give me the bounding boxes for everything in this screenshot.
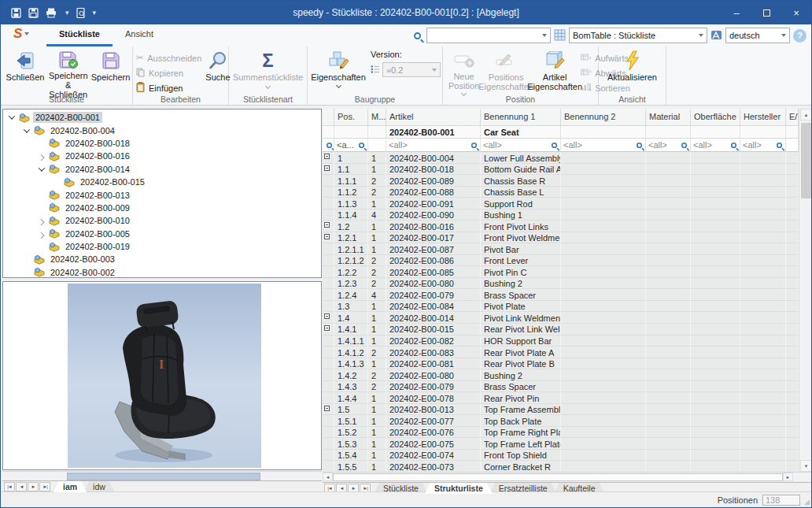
tree-item[interactable]: 202402-B00-014 [3, 163, 321, 176]
tree-expander[interactable] [36, 151, 46, 161]
column-header[interactable]: E/V [786, 109, 799, 126]
row-selector-cell[interactable] [323, 369, 334, 381]
tree-item[interactable]: 202402-B00-018 [3, 137, 321, 150]
table-row[interactable]: 1.4.1 1 202402-B00-015 Rear Pivot Link W… [323, 324, 799, 336]
row-selector-cell[interactable] [323, 450, 334, 462]
scroll-down-icon[interactable]: ▼ [800, 460, 812, 472]
filter-cell[interactable]: <all> [481, 139, 561, 152]
filter-cell[interactable]: <all> [740, 139, 786, 152]
row-selector-cell[interactable] [323, 347, 334, 358]
row-collapse-box[interactable] [324, 325, 330, 331]
tree-item[interactable]: 202402-B00-015 [3, 176, 321, 188]
filter-search-icon[interactable] [327, 142, 332, 147]
table-row[interactable]: 1.4.4 1 202402-E00-078 Rear Pivot Pin [323, 392, 799, 404]
scroll-left-icon[interactable]: ◄ [323, 473, 333, 481]
row-selector-cell[interactable] [323, 415, 334, 427]
search-button[interactable]: Suche [203, 48, 232, 95]
table-row[interactable]: 1.4.1.3 1 202402-E00-081 Rear Pivot Plat… [323, 358, 799, 370]
row-selector-cell[interactable] [323, 221, 334, 232]
tree-item[interactable]: 202402-B00-004 [3, 124, 321, 136]
table-row[interactable]: 1.5.3 1 202402-E00-075 Top Frame Left Pl… [323, 438, 799, 450]
tree-expander[interactable] [21, 268, 31, 277]
table-hscrollbar[interactable]: ◄ ► [323, 472, 812, 481]
copy-button[interactable]: Kopieren [136, 66, 201, 80]
table-vscrollbar[interactable]: ▲ ▼ [799, 109, 812, 472]
column-header[interactable]: Artikel [386, 109, 481, 126]
row-selector-cell[interactable] [323, 358, 334, 370]
row-collapse-box[interactable] [324, 313, 330, 319]
column-header[interactable]: Hersteller [740, 109, 786, 126]
filter-cell[interactable] [323, 139, 334, 152]
table-row[interactable]: 1.4.1.2 2 202402-E00-083 Rear Pivot Plat… [323, 347, 799, 358]
assembly-properties-button[interactable]: Eigenschaften [311, 48, 366, 95]
prev-tab-icon[interactable]: ◄ [16, 482, 27, 491]
filter-cell[interactable]: <all> [386, 139, 481, 152]
column-header[interactable]: Material [646, 109, 691, 126]
save-and-close-button[interactable]: Speichern & Schließen [46, 48, 90, 95]
tree-item[interactable]: 202402-B00-016 [3, 150, 321, 162]
table-row[interactable]: 1.4.2 2 202402-E00-080 Bushing 2 [323, 369, 799, 381]
filter-cell[interactable]: <all> [691, 139, 740, 152]
first-tab-icon[interactable]: |◄ [4, 482, 15, 491]
filter-search-icon[interactable] [681, 142, 687, 147]
tree-item[interactable]: 202402-B00-009 [3, 202, 321, 214]
row-selector-cell[interactable] [323, 278, 334, 290]
tree-item[interactable]: 202402-B00-019 [3, 240, 321, 253]
column-header[interactable]: Pos. [334, 109, 368, 126]
row-collapse-box[interactable] [324, 165, 330, 171]
print-preview-icon[interactable] [76, 8, 86, 18]
print-icon[interactable] [46, 8, 58, 18]
tree-expander[interactable] [36, 242, 46, 251]
resize-grip-icon[interactable]: ◢ [804, 498, 810, 506]
row-selector-cell[interactable] [323, 392, 334, 404]
column-header[interactable]: Benennung 2 [561, 109, 646, 126]
row-selector-cell[interactable] [323, 232, 334, 244]
table-hscroll-thumb[interactable] [333, 473, 783, 481]
sum-bom-button[interactable]: Σ Summenstückliste [232, 48, 304, 95]
row-selector-cell[interactable] [323, 175, 334, 187]
preview-hscrollbar[interactable] [2, 471, 322, 480]
language-select[interactable]: deutsch [725, 28, 790, 43]
table-row[interactable]: 1.2.1.2 2 202402-E00-086 Front Lever [323, 255, 799, 267]
filter-search-icon[interactable] [552, 142, 557, 147]
table-row[interactable]: 1.1.3 1 202402-E00-091 Support Rod [323, 198, 799, 210]
table-row[interactable]: 1.3 1 202402-E00-084 Pivot Plate [323, 301, 799, 313]
table-row[interactable]: 1.1.1 2 202402-E00-089 Chassis Base R [323, 175, 799, 187]
column-header[interactable]: M... [368, 109, 386, 126]
table-row[interactable]: 1.5.4 1 202402-E00-074 Front Top Shield [323, 450, 799, 462]
filter-cell[interactable] [368, 139, 386, 152]
save-as-icon[interactable] [28, 8, 39, 18]
tree-expander[interactable] [36, 139, 46, 148]
row-collapse-box[interactable] [324, 234, 330, 239]
tree-expander[interactable] [6, 113, 17, 122]
app-menu-button[interactable]: S [13, 27, 29, 40]
filter-cell[interactable]: <a... [334, 139, 368, 152]
close-button[interactable]: × [781, 1, 811, 24]
cut-button[interactable]: ✂ Ausschneiden [136, 51, 201, 65]
scroll-right-icon[interactable]: ► [783, 473, 793, 481]
version-select[interactable]: »0.2 [382, 62, 441, 77]
filter-search-icon[interactable] [471, 142, 477, 147]
row-selector-cell[interactable] [323, 324, 334, 336]
column-header[interactable]: Benennung 1 [481, 109, 561, 126]
row-selector-cell[interactable] [323, 266, 334, 278]
row-collapse-box[interactable] [324, 154, 330, 159]
row-selector-cell[interactable] [323, 210, 334, 221]
row-selector-cell[interactable] [323, 243, 334, 255]
refresh-button[interactable]: Aktualisieren [602, 48, 663, 95]
column-header[interactable] [323, 109, 334, 126]
new-position-button[interactable]: Neue Position [446, 48, 482, 95]
table-row[interactable]: 1.2.1.1 1 202402-E00-087 Pivot Bar [323, 243, 799, 255]
tree-item[interactable]: 202402-B00-001 [3, 111, 321, 124]
filter-search-icon[interactable] [637, 142, 642, 147]
car-seat-preview-image[interactable]: I [68, 284, 261, 468]
filter-cell[interactable]: <all> [561, 139, 646, 152]
table-row[interactable]: 1.2.4 4 202402-E00-079 Brass Spacer [323, 289, 799, 301]
save-button[interactable]: Speichern [90, 48, 131, 95]
table-row[interactable]: 1.4.1.1 1 202402-E00-082 HOR Support Bar [323, 336, 799, 347]
save-icon[interactable] [11, 8, 21, 18]
bomtable-select[interactable]: BomTable : Stückliste [569, 28, 707, 43]
filter-cell[interactable]: <all> [646, 139, 691, 152]
customize-quick-access-icon[interactable]: ▾ [93, 9, 97, 17]
preview-hscroll-thumb[interactable] [67, 473, 260, 480]
